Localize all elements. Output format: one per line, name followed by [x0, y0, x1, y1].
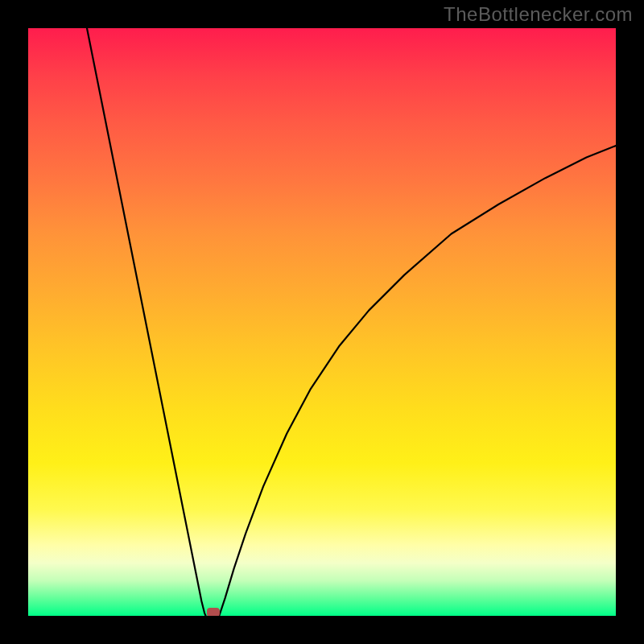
plot-area — [28, 28, 616, 616]
curve-layer — [28, 28, 616, 616]
optimum-marker — [207, 608, 220, 616]
chart-container: TheBottlenecker.com — [0, 0, 644, 644]
bottleneck-curve-left — [87, 28, 205, 616]
bottleneck-curve-right — [219, 146, 616, 616]
watermark-text: TheBottlenecker.com — [444, 3, 633, 26]
